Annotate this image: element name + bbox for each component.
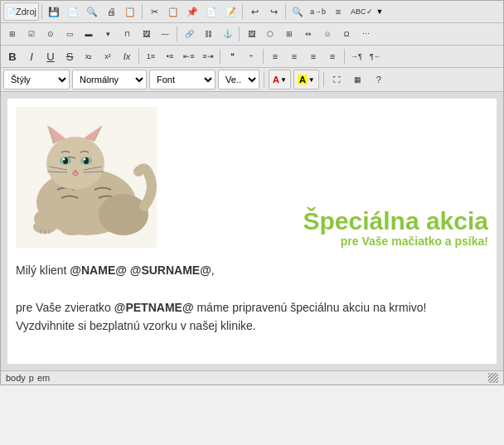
smiley-button[interactable]: ☺ xyxy=(318,25,337,43)
align-left-button[interactable]: ≡ xyxy=(266,47,284,65)
blockquote-button[interactable]: ❝ xyxy=(223,47,241,65)
unlink-button[interactable]: ⛓ xyxy=(199,25,217,43)
textarea-button[interactable]: ▬ xyxy=(80,25,98,43)
superscript-icon: x² xyxy=(104,52,111,60)
removeformat-icon: Ix xyxy=(124,51,131,61)
sep-6 xyxy=(239,27,240,41)
button-button[interactable]: ⊓ xyxy=(118,25,136,43)
anchor-button[interactable]: ⚓ xyxy=(218,25,236,43)
resize-handle[interactable] xyxy=(488,373,498,383)
body-pre-text: pre Vaše zvieratko xyxy=(16,301,114,314)
table-button[interactable]: ⊞ xyxy=(3,25,22,43)
redo-button[interactable]: ↪ xyxy=(264,2,283,21)
source-label: Zdroj xyxy=(16,7,36,17)
undo-button[interactable]: ↩ xyxy=(245,2,264,21)
bg-color-button[interactable]: A ▼ xyxy=(293,70,319,89)
font-color-button[interactable]: A ▼ xyxy=(269,70,291,89)
select-button[interactable]: ▾ xyxy=(99,25,117,43)
font-select[interactable]: Font xyxy=(149,70,216,89)
removeformat-button[interactable]: Ix xyxy=(118,47,136,65)
bidi-rtl-button[interactable]: ¶← xyxy=(366,47,385,65)
bg-color-label: A xyxy=(298,75,308,85)
maximize-button[interactable]: ⛶ xyxy=(328,70,346,89)
svg-point-15 xyxy=(84,158,86,161)
format-select[interactable]: Normálny xyxy=(72,70,147,89)
sep-5 xyxy=(177,27,177,41)
checkbox-button[interactable]: ☑ xyxy=(22,25,41,43)
cut-button[interactable]: ✂ xyxy=(145,2,163,21)
div-button[interactable]: ÷ xyxy=(242,47,260,65)
div-icon: ÷ xyxy=(250,52,254,60)
petname-variable: @PETNAME@ xyxy=(114,301,194,314)
text-field-button[interactable]: ▭ xyxy=(61,25,79,43)
toolbar-row-1: 📄 Zdroj 💾 📄 🔍 🖨 📋 ✂ 📋 📌 📄 📝 ↩ ↪ 🔍 a→b ≡ … xyxy=(1,1,503,23)
source-button[interactable]: 📄 Zdroj xyxy=(3,2,39,21)
align-left-icon: ≡ xyxy=(273,51,278,61)
button-icon: ⊓ xyxy=(124,30,130,38)
svg-point-4 xyxy=(99,194,148,235)
spell-button[interactable]: 📋 xyxy=(121,2,139,21)
format-button[interactable]: ≡ xyxy=(329,2,347,21)
page-break-button[interactable]: ⋯ xyxy=(356,25,375,43)
styles-select[interactable]: Štýly xyxy=(3,70,70,89)
align-justify-button[interactable]: ≡ xyxy=(323,47,342,65)
copy-button[interactable]: 📋 xyxy=(164,2,182,21)
flash-button[interactable]: ⬡ xyxy=(261,25,279,43)
image2-button[interactable]: 🖼 xyxy=(242,25,260,43)
hline-button[interactable]: — xyxy=(156,25,174,43)
link-button[interactable]: 🔗 xyxy=(180,25,198,43)
sep-4 xyxy=(285,4,286,19)
statusbar: body p em xyxy=(1,370,503,385)
bidi-rtl-icon: ¶← xyxy=(370,52,381,60)
statusbar-tag-body: body xyxy=(6,373,26,383)
radio-button[interactable]: ⊙ xyxy=(41,25,60,43)
name-variable: @NAME@ @SURNAME@ xyxy=(70,264,211,277)
unordered-list-button[interactable]: •≡ xyxy=(161,47,179,65)
special-char-icon: Ω xyxy=(344,30,350,38)
italic-button[interactable]: I xyxy=(22,47,41,65)
bold-button[interactable]: B xyxy=(3,47,22,65)
special-char-button[interactable]: Ω xyxy=(337,25,356,43)
statusbar-tag-em: em xyxy=(37,373,50,383)
help-button[interactable]: ? xyxy=(370,70,388,89)
promo-subtitle: pre Vaše mačiatko a psíka! xyxy=(165,235,488,248)
preview-button[interactable]: 🔍 xyxy=(83,2,101,21)
paste-button[interactable]: 📌 xyxy=(183,2,201,21)
indent-button[interactable]: ≡⇥ xyxy=(199,47,217,65)
save-button[interactable]: 💾 xyxy=(45,2,63,21)
align-right-icon: ≡ xyxy=(311,51,316,61)
paste-text-button[interactable]: 📄 xyxy=(202,2,220,21)
spellcheck-dropdown[interactable]: ▼ xyxy=(376,7,384,16)
align-center-button[interactable]: ≡ xyxy=(285,47,303,65)
align-right-button[interactable]: ≡ xyxy=(304,47,322,65)
subscript-button[interactable]: x₂ xyxy=(80,47,98,65)
align-justify-icon: ≡ xyxy=(330,51,335,61)
strike-button[interactable]: S xyxy=(61,47,79,65)
content-area[interactable]: Špeciálna akcia pre Vaše mačiatko a psík… xyxy=(7,99,497,364)
text-field-icon: ▭ xyxy=(66,30,74,38)
replace-button[interactable]: a→b xyxy=(308,2,328,21)
hline-icon: — xyxy=(162,30,169,38)
font-color-label: A xyxy=(273,75,279,85)
print-button[interactable]: 🖨 xyxy=(102,2,120,21)
table2-button[interactable]: ⊞ xyxy=(280,25,298,43)
spellcheck-button[interactable]: ABC✓ xyxy=(348,2,376,21)
body-paragraph: pre Vaše zvieratko @PETNAME@ máme pripra… xyxy=(16,298,488,336)
size-select[interactable]: Ve... xyxy=(218,70,259,89)
toolbar-row-3: B I U S x₂ x² Ix 1≡ •≡ ⇤≡ ≡⇥ ❝ ÷ ≡ ≡ ≡ ≡… xyxy=(1,46,503,68)
outdent-button[interactable]: ⇤≡ xyxy=(180,47,198,65)
find-button[interactable]: 🔍 xyxy=(288,2,307,21)
bidi-ltr-button[interactable]: →¶ xyxy=(347,47,366,65)
undo-icon: ↩ xyxy=(251,7,259,17)
superscript-button[interactable]: x² xyxy=(99,47,117,65)
paste-word-button[interactable]: 📝 xyxy=(221,2,240,21)
underline-button[interactable]: U xyxy=(41,47,60,65)
page-break-icon: ⋯ xyxy=(362,30,370,38)
hspace-button[interactable]: ⇔ xyxy=(299,25,317,43)
ordered-list-button[interactable]: 1≡ xyxy=(142,47,160,65)
toolbar-row-4: Štýly Normálny Font Ve... A ▼ A ▼ ⛶ ▦ ? xyxy=(1,68,503,92)
show-blocks-button[interactable]: ▦ xyxy=(349,70,367,89)
new-button[interactable]: 📄 xyxy=(64,2,82,21)
image-button[interactable]: 🖼 xyxy=(137,25,155,43)
sep-11 xyxy=(264,72,264,87)
